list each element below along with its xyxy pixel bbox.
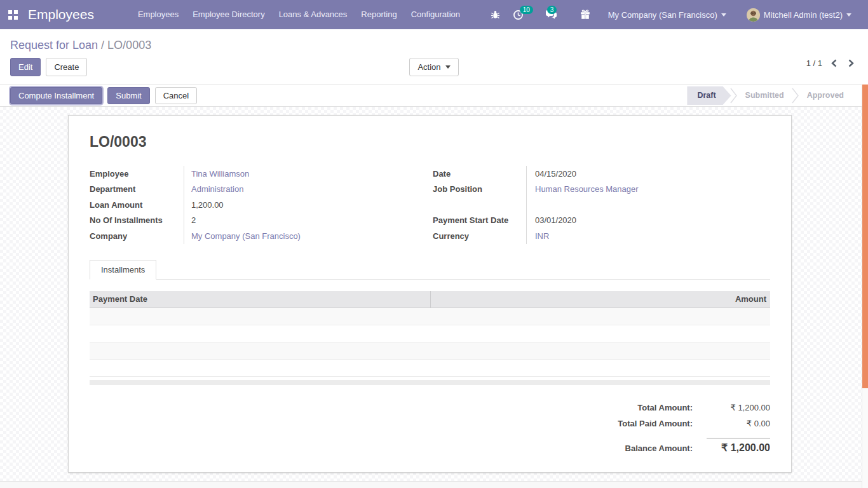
field-label: Job Position xyxy=(433,184,526,194)
company-name: My Company (San Francisco) xyxy=(608,10,717,20)
nav-item-configuration[interactable]: Configuration xyxy=(404,0,467,29)
currency-link[interactable]: INR xyxy=(535,231,549,241)
breadcrumb-separator: / xyxy=(98,39,107,51)
activities-button[interactable]: 10 xyxy=(506,0,530,29)
nav-item-loans-advances[interactable]: Loans & Advances xyxy=(272,0,355,29)
pager-counter: 1 / 1 xyxy=(806,58,822,68)
totals-block: Total Amount: ₹ 1,200.00 Total Paid Amou… xyxy=(90,403,770,454)
field-label: Employee xyxy=(90,169,184,179)
navbar-systray: 10 3 My Company (S xyxy=(484,0,868,29)
field-employee: Employee Tina Williamson xyxy=(90,166,433,182)
total-paid-label: Total Paid Amount: xyxy=(618,419,693,428)
breadcrumb-current: LO/0003 xyxy=(107,39,151,51)
apps-grid-icon xyxy=(8,10,18,20)
table-empty-row xyxy=(90,308,770,325)
field-groups: Employee Tina Williamson Department Admi… xyxy=(90,166,770,244)
column-header-amount[interactable]: Amount xyxy=(431,294,770,304)
pager-next-button[interactable] xyxy=(846,58,857,69)
compute-installment-button[interactable]: Compute Installment xyxy=(10,87,102,104)
form-sheet: LO/0003 Employee Tina Williamson Departm… xyxy=(68,115,792,473)
user-name: Mitchell Admin (test2) xyxy=(764,10,843,20)
total-paid-row: Total Paid Amount: ₹ 0.00 xyxy=(90,419,770,435)
caret-down-icon xyxy=(721,13,726,17)
form-statusbar: Compute Installment Submit Cancel Draft … xyxy=(0,85,868,107)
balance-amount-label: Balance Amount: xyxy=(625,444,693,453)
tab-installments[interactable]: Installments xyxy=(90,260,156,280)
record-title: LO/0003 xyxy=(90,133,770,151)
action-menu-button[interactable]: Action xyxy=(409,58,458,76)
apps-menu-button[interactable] xyxy=(0,0,25,29)
scrollbar-track[interactable] xyxy=(862,85,868,488)
caret-down-icon xyxy=(445,65,451,69)
status-steps: Draft Submitted Approved xyxy=(687,86,853,105)
pager-previous-button[interactable] xyxy=(829,58,839,69)
field-label: Department xyxy=(90,184,184,194)
field-job-position: Job Position Human Resources Manager xyxy=(433,182,770,198)
payment-start-date-value: 03/01/2020 xyxy=(535,215,576,225)
nav-item-reporting[interactable]: Reporting xyxy=(354,0,403,29)
status-step-submitted[interactable]: Submitted xyxy=(736,86,793,105)
loan-amount-value: 1,200.00 xyxy=(191,200,224,210)
column-header-payment-date[interactable]: Payment Date xyxy=(90,291,431,308)
message-count-badge: 3 xyxy=(547,6,557,14)
bug-icon xyxy=(491,10,500,20)
notebook-tabs: Installments xyxy=(90,260,770,280)
total-paid-value: ₹ 0.00 xyxy=(707,419,770,428)
total-amount-row: Total Amount: ₹ 1,200.00 xyxy=(90,403,770,419)
total-amount-value: ₹ 1,200.00 xyxy=(707,403,770,412)
caret-down-icon xyxy=(846,13,851,17)
field-label: Company xyxy=(90,231,184,241)
nav-item-employee-directory[interactable]: Employee Directory xyxy=(186,0,271,29)
activity-count-badge: 10 xyxy=(520,6,533,14)
employee-link[interactable]: Tina Williamson xyxy=(191,169,249,179)
action-label: Action xyxy=(417,62,440,72)
company-link[interactable]: My Company (San Francisco) xyxy=(191,231,301,241)
total-amount-label: Total Amount: xyxy=(637,403,693,412)
company-switcher[interactable]: My Company (San Francisco) xyxy=(600,0,734,29)
submit-button[interactable]: Submit xyxy=(107,87,149,104)
scrollbar-thumb[interactable] xyxy=(862,85,868,388)
nav-item-employees[interactable]: Employees xyxy=(131,0,186,29)
field-company: Company My Company (San Francisco) xyxy=(90,228,433,244)
chevron-left-icon xyxy=(831,59,837,67)
field-department: Department Administration xyxy=(90,182,433,198)
field-group-right: Date 04/15/2020 Job Position Human Resou… xyxy=(433,166,770,244)
installments-table: Payment Date Amount xyxy=(90,291,770,385)
form-view-area: LO/0003 Employee Tina Williamson Departm… xyxy=(0,107,868,481)
table-footer-strip xyxy=(90,380,770,385)
main-menu: Employees Employee Directory Loans & Adv… xyxy=(131,0,467,29)
field-label: Currency xyxy=(433,231,526,241)
field-spacer xyxy=(433,197,770,213)
table-empty-row xyxy=(90,325,770,342)
field-date: Date 04/15/2020 xyxy=(433,166,770,182)
cancel-button[interactable]: Cancel xyxy=(155,87,197,104)
breadcrumb: Request for Loan / LO/0003 xyxy=(0,29,868,52)
field-label: No Of Installments xyxy=(90,215,184,225)
gift-button[interactable] xyxy=(574,0,597,29)
breadcrumb-parent-link[interactable]: Request for Loan xyxy=(10,39,98,51)
screen: Employees Employees Employee Directory L… xyxy=(0,0,868,488)
messages-button[interactable]: 3 xyxy=(539,0,564,29)
status-step-approved[interactable]: Approved xyxy=(798,86,853,105)
chevron-right-icon xyxy=(848,59,854,67)
field-payment-start-date: Payment Start Date 03/01/2020 xyxy=(433,213,770,229)
bottom-strip xyxy=(0,481,868,488)
field-loan-amount: Loan Amount 1,200.00 xyxy=(90,197,433,213)
top-navbar: Employees Employees Employee Directory L… xyxy=(0,0,868,29)
field-no-of-installments: No Of Installments 2 xyxy=(90,213,433,229)
gift-icon xyxy=(580,10,590,20)
avatar xyxy=(747,8,760,22)
status-step-draft[interactable]: Draft xyxy=(687,86,731,105)
app-brand[interactable]: Employees xyxy=(28,7,94,22)
field-label: Date xyxy=(433,169,526,179)
debug-mode-button[interactable] xyxy=(484,0,506,29)
job-position-link[interactable]: Human Resources Manager xyxy=(535,184,639,194)
balance-amount-value: ₹ 1,200.00 xyxy=(707,438,770,454)
department-link[interactable]: Administration xyxy=(191,184,243,194)
field-currency: Currency INR xyxy=(433,228,770,244)
field-label: Payment Start Date xyxy=(433,215,526,225)
field-label: Loan Amount xyxy=(90,200,184,210)
user-menu[interactable]: Mitchell Admin (test2) xyxy=(739,0,859,29)
balance-amount-row: Balance Amount: ₹ 1,200.00 xyxy=(90,438,770,454)
date-value: 04/15/2020 xyxy=(535,169,576,179)
